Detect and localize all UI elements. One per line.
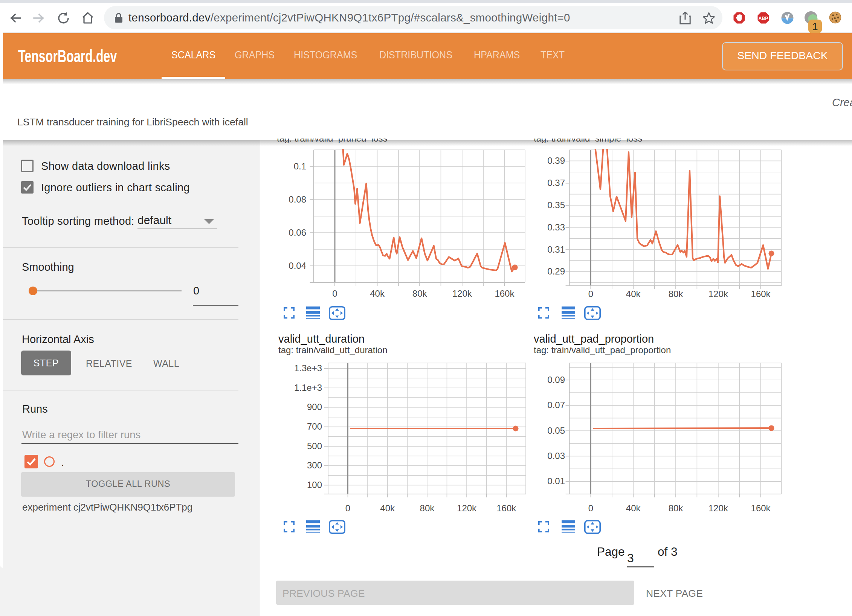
svg-text:0: 0 xyxy=(332,288,337,299)
svg-text:40k: 40k xyxy=(370,288,385,299)
svg-text:0: 0 xyxy=(588,503,593,513)
svg-text:0.03: 0.03 xyxy=(547,451,565,461)
svg-text:900: 900 xyxy=(307,402,322,412)
svg-text:700: 700 xyxy=(307,421,322,432)
svg-text:40k: 40k xyxy=(626,289,641,299)
svg-text:80k: 80k xyxy=(412,288,428,299)
svg-text:0.09: 0.09 xyxy=(547,375,565,385)
svg-text:40k: 40k xyxy=(380,503,395,513)
svg-text:0.39: 0.39 xyxy=(547,156,565,166)
svg-text:0.06: 0.06 xyxy=(289,227,306,238)
svg-text:500: 500 xyxy=(307,441,322,451)
svg-text:0.29: 0.29 xyxy=(547,266,565,276)
svg-text:80k: 80k xyxy=(420,503,435,513)
svg-text:0: 0 xyxy=(345,503,350,513)
svg-text:0.33: 0.33 xyxy=(547,222,565,232)
svg-text:120k: 120k xyxy=(452,288,472,299)
svg-text:0.35: 0.35 xyxy=(547,200,565,210)
svg-text:0.05: 0.05 xyxy=(547,425,565,436)
svg-text:160k: 160k xyxy=(751,503,771,513)
svg-text:80k: 80k xyxy=(669,289,684,299)
svg-text:160k: 160k xyxy=(495,288,515,299)
svg-text:0.04: 0.04 xyxy=(289,261,306,271)
svg-text:0.01: 0.01 xyxy=(547,476,565,486)
svg-text:0.08: 0.08 xyxy=(289,194,306,204)
svg-text:ABP: ABP xyxy=(759,16,768,21)
svg-text:0.07: 0.07 xyxy=(547,400,565,410)
svg-text:0: 0 xyxy=(588,289,593,299)
svg-text:0.31: 0.31 xyxy=(547,244,565,255)
svg-text:1.3e+3: 1.3e+3 xyxy=(294,363,322,373)
svg-text:1: 1 xyxy=(812,21,818,32)
svg-text:100: 100 xyxy=(307,480,322,490)
svg-text:300: 300 xyxy=(307,460,322,470)
svg-text:160k: 160k xyxy=(751,289,771,299)
svg-text:40k: 40k xyxy=(626,503,641,513)
svg-text:160k: 160k xyxy=(496,503,516,513)
svg-text:120k: 120k xyxy=(708,289,728,299)
svg-text:80k: 80k xyxy=(669,503,684,513)
svg-text:1.1e+3: 1.1e+3 xyxy=(294,383,322,393)
svg-text:120k: 120k xyxy=(457,503,477,513)
svg-text:0.1: 0.1 xyxy=(294,161,306,171)
svg-text:120k: 120k xyxy=(708,503,728,513)
svg-text:0.37: 0.37 xyxy=(547,178,565,188)
